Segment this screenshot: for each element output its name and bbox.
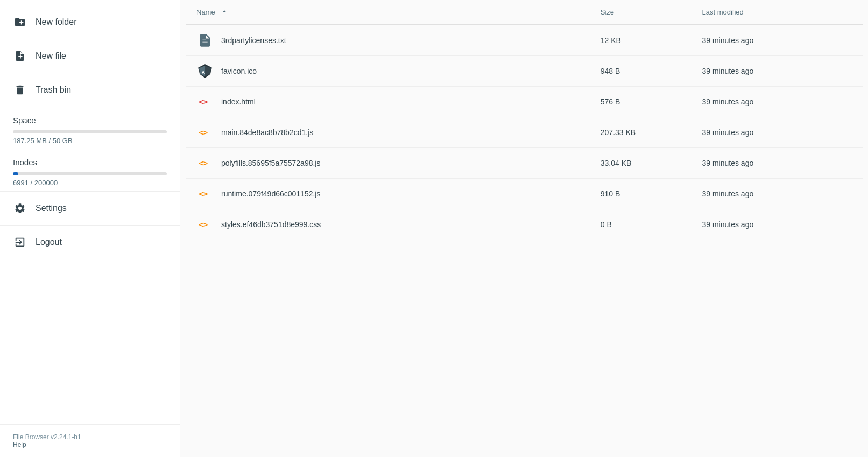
table-row[interactable]: <> runtime.079f49d66c001152.js910 B39 mi… (186, 179, 863, 209)
new-folder-icon (13, 15, 27, 29)
file-modified-cell: 39 minutes ago (693, 179, 863, 209)
svg-text:<>: <> (199, 159, 208, 167)
sidebar-item-settings[interactable]: Settings (0, 192, 180, 226)
sidebar-footer: File Browser v2.24.1-h1 Help (0, 424, 180, 457)
file-type-icon: <> (196, 216, 214, 233)
table-row[interactable]: <> polyfills.85695f5a75572a98.js33.04 KB… (186, 148, 863, 179)
inodes-section: Inodes 6991 / 200000 (0, 149, 180, 191)
file-name-text: main.84de8ac8b78b2cd1.js (221, 128, 313, 137)
file-size-cell: 207.33 KB (592, 117, 694, 148)
file-type-icon: A (196, 62, 214, 80)
svg-text:<>: <> (199, 128, 208, 137)
inodes-title: Inodes (13, 158, 167, 167)
trash-bin-label: Trash bin (36, 85, 71, 95)
sidebar-item-logout[interactable]: Logout (0, 226, 180, 259)
space-progress-bar-fill (13, 130, 13, 133)
settings-label: Settings (36, 203, 67, 213)
svg-text:<>: <> (199, 97, 208, 106)
file-name-text: runtime.079f49d66c001152.js (221, 189, 320, 198)
file-name-text: 3rdpartylicenses.txt (221, 36, 286, 45)
svg-text:<>: <> (199, 220, 208, 229)
file-name-cell: <> main.84de8ac8b78b2cd1.js (186, 117, 592, 147)
col-header-modified[interactable]: Last modified (693, 0, 863, 25)
table-row[interactable]: 3rdpartylicenses.txt12 KB39 minutes ago (186, 25, 863, 56)
file-size-cell: 33.04 KB (592, 148, 694, 179)
file-type-icon (196, 32, 214, 49)
table-row[interactable]: <> styles.ef46db3751d8e999.css0 B39 minu… (186, 209, 863, 240)
file-modified-cell: 39 minutes ago (693, 117, 863, 148)
file-modified-cell: 39 minutes ago (693, 87, 863, 117)
file-size-cell: 576 B (592, 87, 694, 117)
file-size-cell: 0 B (592, 209, 694, 240)
main-content: Name Size Last modified (180, 0, 868, 457)
file-type-icon: <> (196, 154, 214, 172)
trash-bin-icon (13, 83, 27, 97)
file-type-icon: <> (196, 185, 214, 202)
space-usage-label: 187.25 MB / 50 GB (13, 137, 167, 145)
inodes-progress-bar-fill (13, 172, 18, 175)
sidebar-item-new-file[interactable]: New file (0, 39, 180, 73)
table-row[interactable]: <> main.84de8ac8b78b2cd1.js207.33 KB39 m… (186, 117, 863, 148)
file-name-text: index.html (221, 97, 256, 106)
file-name-cell: <> index.html (186, 87, 592, 117)
file-name-cell: <> styles.ef46db3751d8e999.css (186, 209, 592, 240)
col-header-size[interactable]: Size (592, 0, 694, 25)
logout-label: Logout (36, 237, 62, 247)
table-row[interactable]: <> index.html576 B39 minutes ago (186, 87, 863, 117)
file-name-text: styles.ef46db3751d8e999.css (221, 220, 321, 229)
file-modified-cell: 39 minutes ago (693, 56, 863, 87)
svg-text:A: A (202, 69, 206, 75)
sidebar-item-trash-bin[interactable]: Trash bin (0, 73, 180, 107)
new-file-icon (13, 49, 27, 63)
file-type-icon: <> (196, 93, 214, 110)
logout-icon (13, 235, 27, 249)
sidebar: New folder New file Trash bin Space 187.… (0, 0, 180, 457)
file-name-text: polyfills.85695f5a75572a98.js (221, 159, 320, 167)
file-name-cell: A favicon.ico (186, 56, 592, 86)
file-size-cell: 948 B (592, 56, 694, 87)
file-type-icon: <> (196, 124, 214, 141)
file-modified-cell: 39 minutes ago (693, 148, 863, 179)
space-progress-bar-container (13, 130, 167, 133)
space-section: Space 187.25 MB / 50 GB (0, 107, 180, 149)
new-file-label: New file (36, 51, 66, 61)
file-table: Name Size Last modified (186, 0, 863, 240)
file-table-body: 3rdpartylicenses.txt12 KB39 minutes ago … (186, 25, 863, 240)
inodes-progress-bar-container (13, 172, 167, 175)
file-modified-cell: 39 minutes ago (693, 25, 863, 56)
file-name-cell: 3rdpartylicenses.txt (186, 25, 592, 55)
file-size-cell: 12 KB (592, 25, 694, 56)
space-title: Space (13, 116, 167, 125)
file-name-cell: <> polyfills.85695f5a75572a98.js (186, 148, 592, 178)
version-text: File Browser v2.24.1-h1 (13, 433, 167, 441)
file-modified-cell: 39 minutes ago (693, 209, 863, 240)
file-name-text: favicon.ico (221, 67, 257, 75)
file-table-header: Name Size Last modified (186, 0, 863, 25)
col-header-name[interactable]: Name (186, 0, 592, 25)
sidebar-item-new-folder[interactable]: New folder (0, 5, 180, 39)
new-folder-label: New folder (36, 17, 76, 27)
file-name-cell: <> runtime.079f49d66c001152.js (186, 179, 592, 209)
help-link[interactable]: Help (13, 441, 167, 448)
settings-icon (13, 201, 27, 215)
file-size-cell: 910 B (592, 179, 694, 209)
sort-arrow-icon (221, 8, 228, 17)
table-row[interactable]: A favicon.ico948 B39 minutes ago (186, 56, 863, 87)
inodes-usage-label: 6991 / 200000 (13, 179, 167, 187)
svg-text:<>: <> (199, 189, 208, 198)
file-list-wrapper: Name Size Last modified (180, 0, 868, 457)
